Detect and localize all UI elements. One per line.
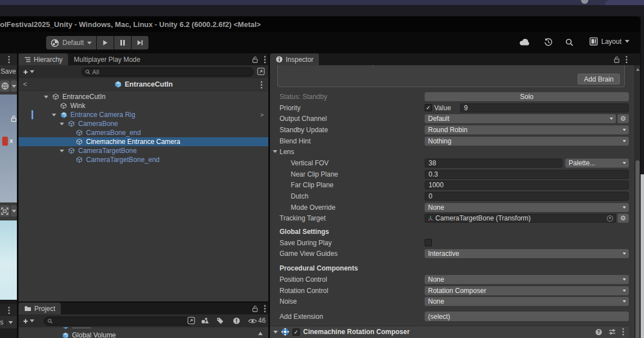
kebab-menu-icon[interactable] — [264, 305, 266, 313]
position-control-dropdown[interactable]: None — [425, 275, 629, 284]
kebab-menu-icon[interactable] — [8, 307, 10, 314]
chevron-down-icon[interactable] — [8, 321, 13, 324]
aspect-dropdown-button[interactable] — [11, 205, 17, 217]
version-history-icon[interactable] — [544, 38, 553, 47]
tree-row[interactable]: Cinemachine Entrance Camera — [19, 137, 268, 146]
kebab-menu-icon[interactable] — [8, 56, 10, 64]
tab-inspector[interactable]: Inspector — [270, 53, 319, 65]
game-view-guides-dropdown[interactable]: Interactive — [425, 249, 629, 258]
solo-button[interactable]: Solo — [425, 92, 629, 101]
foldout-arrow-icon[interactable] — [273, 331, 278, 334]
noise-row: NoiseNone — [270, 296, 634, 307]
project-search-field[interactable] — [44, 317, 193, 326]
foldout-arrow-icon[interactable] — [273, 150, 277, 153]
tree-row[interactable]: Entrance Camera Rig> — [19, 110, 268, 119]
kebab-menu-icon[interactable] — [260, 81, 263, 89]
tree-row[interactable]: Wink — [19, 101, 268, 110]
kebab-menu-icon[interactable] — [622, 328, 624, 336]
hierarchy-search-input[interactable] — [92, 69, 250, 75]
lock-icon[interactable] — [11, 115, 17, 122]
breadcrumb[interactable]: EntranceCutIn — [19, 80, 268, 88]
project-search-input[interactable] — [55, 318, 190, 325]
tracking-target-object-field[interactable]: CameraTargetBone (Transform) — [425, 214, 616, 223]
lock-icon[interactable] — [252, 56, 258, 63]
rotation-control-dropdown[interactable]: Rotation Composer — [425, 286, 629, 295]
foldout-arrow-icon[interactable] — [44, 96, 48, 98]
lock-icon[interactable] — [252, 305, 258, 312]
add-brain-button[interactable]: Add Brain — [578, 74, 620, 84]
noise-dropdown[interactable]: None — [425, 297, 629, 306]
scroll-up-icon[interactable] — [258, 332, 263, 335]
close-icon[interactable]: x — [10, 137, 13, 144]
help-icon[interactable]: ? — [595, 328, 602, 336]
filter-by-type-icon[interactable] — [201, 317, 209, 324]
output-channel-dropdown[interactable]: Default — [425, 114, 616, 123]
cloud-icon[interactable] — [519, 38, 530, 46]
inspector-scrollbar[interactable] — [634, 65, 640, 338]
bottom-panel-tabbar-fragment — [0, 304, 17, 316]
priority-enabled-checkbox[interactable]: ✓ — [425, 104, 432, 111]
palette-dropdown[interactable]: Palette... — [565, 159, 629, 168]
pause-button[interactable] — [114, 36, 131, 49]
kebab-menu-icon[interactable] — [264, 56, 266, 64]
create-button[interactable]: + — [23, 67, 28, 76]
filter-by-label-icon[interactable] — [217, 317, 224, 325]
scrollbar-thumb[interactable] — [636, 160, 640, 338]
vertical-fov-input[interactable]: 38 — [425, 159, 562, 168]
background-window-strip — [0, 0, 644, 5]
tree-row[interactable]: CameraBone — [19, 119, 268, 128]
chevron-down-icon[interactable] — [30, 70, 34, 73]
scroll-up-icon[interactable] — [636, 68, 640, 71]
save-during-play-checkbox[interactable] — [425, 239, 432, 246]
prefab-icon — [114, 80, 122, 88]
tab-label: Hierarchy — [34, 56, 62, 64]
kebab-menu-icon[interactable] — [625, 56, 628, 64]
shading-dropdown-button[interactable] — [11, 80, 17, 92]
presets-icon[interactable] — [609, 328, 616, 335]
object-picker-icon[interactable] — [607, 215, 613, 222]
tree-row[interactable]: CameraTargetBone — [19, 146, 268, 155]
foldout-arrow-icon[interactable] — [60, 150, 64, 152]
component-enabled-checkbox[interactable]: ✓ — [292, 328, 300, 336]
list-item-clipped[interactable] — [62, 327, 91, 330]
save-button[interactable]: Save — [0, 65, 17, 75]
component-header[interactable]: ✓ Cinemachine Rotation Composer ? — [270, 326, 629, 338]
play-mode-dropdown[interactable]: Default — [46, 36, 96, 49]
foldout-arrow-icon[interactable] — [60, 123, 64, 125]
tab-project[interactable]: Project — [19, 303, 61, 314]
gear-icon[interactable]: ⚙ — [618, 214, 629, 223]
foldout-arrow-icon[interactable] — [52, 114, 56, 116]
hierarchy-search-field[interactable] — [82, 67, 254, 76]
scene-view-fragment[interactable]: x — [0, 94, 17, 202]
layout-dropdown[interactable]: Layout — [589, 37, 629, 46]
tree-row[interactable]: EntranceCutIn — [19, 92, 268, 101]
tab-hierarchy[interactable]: Hierarchy — [19, 53, 68, 65]
list-item[interactable]: Global Volume — [62, 331, 116, 338]
step-button[interactable] — [132, 36, 148, 49]
eye-icon[interactable] — [248, 318, 257, 324]
dutch-input[interactable]: 0 — [425, 192, 629, 201]
tree-row[interactable]: CameraTargetBone_end — [19, 155, 268, 164]
maximize-icon[interactable] — [187, 317, 195, 325]
tab-multiplayer-play-mode[interactable]: Multiplayer Play Mode — [68, 53, 146, 65]
aspect-ratio-button[interactable] — [0, 205, 10, 217]
priority-input[interactable]: 9 — [460, 103, 629, 112]
gear-icon[interactable]: ⚙ — [618, 114, 629, 123]
hidden-packages-icon[interactable] — [233, 317, 240, 325]
tree-row[interactable]: CameraBone_end — [19, 128, 268, 137]
play-button[interactable] — [97, 36, 114, 49]
blend-hint-dropdown[interactable]: Nothing — [425, 137, 629, 146]
lock-icon[interactable] — [614, 56, 620, 63]
chevron-right-icon[interactable]: > — [260, 111, 264, 118]
mode-override-dropdown[interactable]: None — [425, 203, 629, 212]
add-extension-button[interactable]: (select) — [425, 312, 629, 321]
standby-update-dropdown[interactable]: Round Robin — [425, 125, 629, 134]
maximize-icon[interactable] — [257, 67, 265, 75]
search-icon[interactable] — [565, 38, 574, 47]
shading-mode-button[interactable] — [0, 80, 10, 92]
game-view-fragment[interactable] — [0, 220, 17, 300]
create-button[interactable]: + — [23, 316, 28, 326]
near-clip-plane-input[interactable]: 0.3 — [425, 170, 629, 179]
chevron-down-icon[interactable] — [30, 319, 34, 322]
far-clip-plane-input[interactable]: 1000 — [425, 181, 629, 190]
